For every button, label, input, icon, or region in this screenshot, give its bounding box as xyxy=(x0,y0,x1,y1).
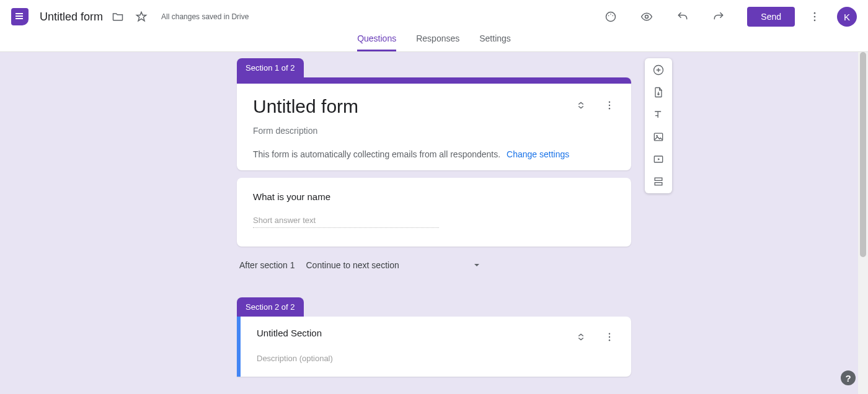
form-title-card[interactable]: Untitled form Form description This form… xyxy=(237,77,631,170)
after-section-control: After section 1 Continue to next section xyxy=(239,258,629,273)
svg-point-11 xyxy=(609,333,610,335)
doc-title[interactable]: Untitled form xyxy=(40,11,103,24)
after-section-label: After section 1 xyxy=(239,260,295,270)
canvas: Section 1 of 2 Untitled form Form descri… xyxy=(0,52,868,394)
import-questions-icon[interactable] xyxy=(652,85,665,99)
svg-point-2 xyxy=(610,14,611,15)
svg-point-6 xyxy=(814,16,816,18)
svg-point-9 xyxy=(609,105,610,106)
avatar[interactable]: K xyxy=(837,7,857,27)
star-icon[interactable] xyxy=(134,9,149,24)
add-image-icon[interactable] xyxy=(652,130,665,144)
svg-point-5 xyxy=(814,12,816,14)
add-title-icon[interactable] xyxy=(652,108,665,121)
change-settings-link[interactable]: Change settings xyxy=(507,149,569,159)
palette-icon[interactable] xyxy=(603,9,618,24)
save-status: All changes saved in Drive xyxy=(161,12,249,21)
email-collection-note: This form is automatically collecting em… xyxy=(253,149,615,159)
question-card-1[interactable]: What is your name Short answer text xyxy=(237,178,631,247)
more-icon[interactable] xyxy=(807,9,822,24)
after-section-selected: Continue to next section xyxy=(306,260,399,270)
add-video-icon[interactable] xyxy=(652,152,665,166)
svg-rect-19 xyxy=(655,183,662,185)
section-2-description[interactable]: Description (optional) xyxy=(257,354,615,363)
add-section-icon[interactable] xyxy=(652,175,665,188)
svg-point-1 xyxy=(608,15,609,17)
svg-point-0 xyxy=(606,12,616,22)
email-note-text: This form is automatically collecting em… xyxy=(253,149,500,159)
form-title[interactable]: Untitled form xyxy=(253,96,575,117)
card-more-icon[interactable] xyxy=(604,331,615,345)
svg-point-3 xyxy=(613,15,614,17)
collapse-icon[interactable] xyxy=(575,100,587,113)
svg-point-13 xyxy=(609,339,610,341)
tabs: Questions Responses Settings xyxy=(0,33,868,52)
section-2-tag: Section 2 of 2 xyxy=(237,297,304,317)
card-more-icon[interactable] xyxy=(604,100,615,113)
vertical-scrollbar[interactable] xyxy=(858,52,868,394)
tab-responses[interactable]: Responses xyxy=(416,33,459,51)
question-toolbar xyxy=(645,58,672,193)
chevron-down-icon xyxy=(474,262,480,268)
add-question-icon[interactable] xyxy=(652,63,665,77)
svg-point-8 xyxy=(609,102,610,103)
svg-rect-15 xyxy=(654,133,662,141)
section-2-title[interactable]: Untitled Section xyxy=(257,328,575,338)
help-icon[interactable]: ? xyxy=(841,370,856,385)
section-1-tag: Section 1 of 2 xyxy=(237,58,304,77)
short-answer-placeholder: Short answer text xyxy=(253,216,439,228)
redo-icon[interactable] xyxy=(711,9,726,24)
svg-rect-18 xyxy=(655,178,662,180)
tab-questions[interactable]: Questions xyxy=(357,33,396,51)
forms-logo-icon[interactable] xyxy=(11,8,29,25)
svg-point-12 xyxy=(609,336,610,338)
svg-point-10 xyxy=(609,108,610,109)
question-title[interactable]: What is your name xyxy=(253,191,615,202)
scrollbar-thumb[interactable] xyxy=(860,52,866,257)
undo-icon[interactable] xyxy=(675,9,690,24)
form-description[interactable]: Form description xyxy=(253,126,615,136)
collapse-icon[interactable] xyxy=(575,331,587,345)
preview-icon[interactable] xyxy=(639,9,654,24)
svg-point-7 xyxy=(814,20,816,22)
svg-point-4 xyxy=(645,15,649,19)
after-section-dropdown[interactable]: Continue to next section xyxy=(303,258,484,273)
tab-settings[interactable]: Settings xyxy=(479,33,511,51)
move-to-folder-icon[interactable] xyxy=(110,9,125,24)
send-button[interactable]: Send xyxy=(747,7,795,27)
header: Untitled form All changes saved in Drive… xyxy=(0,0,868,33)
section-2-card[interactable]: Untitled Section Description (optional) xyxy=(237,317,631,377)
